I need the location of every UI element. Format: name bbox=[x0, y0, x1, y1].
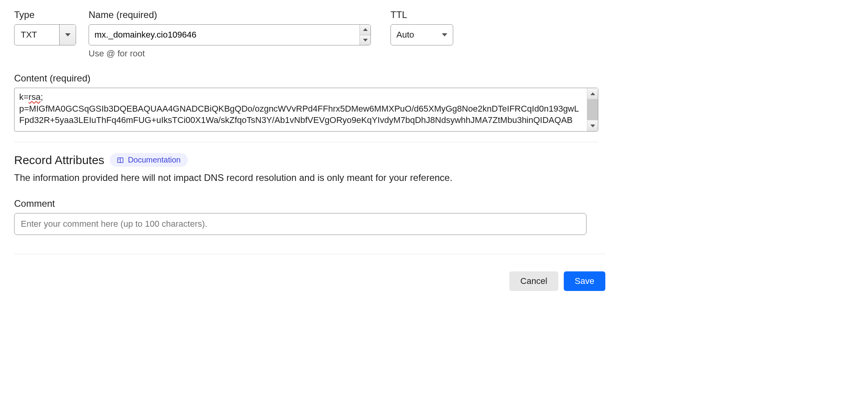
comment-input[interactable] bbox=[14, 213, 587, 235]
type-dropdown-button[interactable] bbox=[59, 25, 76, 45]
comment-label: Comment bbox=[14, 198, 868, 209]
record-attributes-title: Record Attributes bbox=[14, 154, 104, 167]
chevron-up-icon bbox=[590, 92, 595, 95]
name-input-wrap bbox=[89, 24, 371, 45]
type-value: TXT bbox=[15, 25, 59, 45]
name-input[interactable] bbox=[89, 25, 360, 45]
name-hint: Use @ for root bbox=[89, 49, 371, 59]
name-label: Name (required) bbox=[89, 9, 371, 20]
content-textarea[interactable]: k=rsa; p=MIGfMA0GCSqGSIb3DQEBAQUAA4GNADC… bbox=[15, 88, 587, 131]
chevron-down-icon bbox=[590, 125, 595, 127]
documentation-link-text: Documentation bbox=[128, 155, 181, 164]
type-label: Type bbox=[14, 9, 76, 20]
ttl-value: Auto bbox=[396, 30, 414, 40]
record-attributes-desc: The information provided here will not i… bbox=[14, 172, 868, 183]
save-button[interactable]: Save bbox=[564, 271, 605, 291]
content-textarea-wrap: k=rsa; p=MIGfMA0GCSqGSIb3DQEBAQUAA4GNADC… bbox=[14, 88, 598, 132]
chevron-up-icon bbox=[363, 28, 368, 31]
type-select[interactable]: TXT bbox=[14, 24, 76, 45]
section-divider bbox=[14, 142, 598, 142]
cancel-button[interactable]: Cancel bbox=[509, 271, 558, 291]
content-scrollbar[interactable] bbox=[587, 88, 598, 131]
scroll-down-button[interactable] bbox=[587, 120, 598, 131]
documentation-link[interactable]: Documentation bbox=[110, 153, 188, 167]
chevron-down-icon bbox=[65, 33, 71, 36]
scroll-up-button[interactable] bbox=[587, 88, 598, 99]
book-icon bbox=[117, 157, 124, 164]
ttl-label: TTL bbox=[390, 9, 453, 20]
scroll-thumb[interactable] bbox=[587, 99, 598, 120]
chevron-down-icon bbox=[442, 33, 447, 36]
chevron-down-icon bbox=[363, 39, 368, 42]
ttl-select[interactable]: Auto bbox=[390, 24, 453, 45]
content-label: Content (required) bbox=[14, 73, 868, 84]
name-step-down[interactable] bbox=[360, 35, 370, 45]
name-step-up[interactable] bbox=[360, 25, 370, 35]
